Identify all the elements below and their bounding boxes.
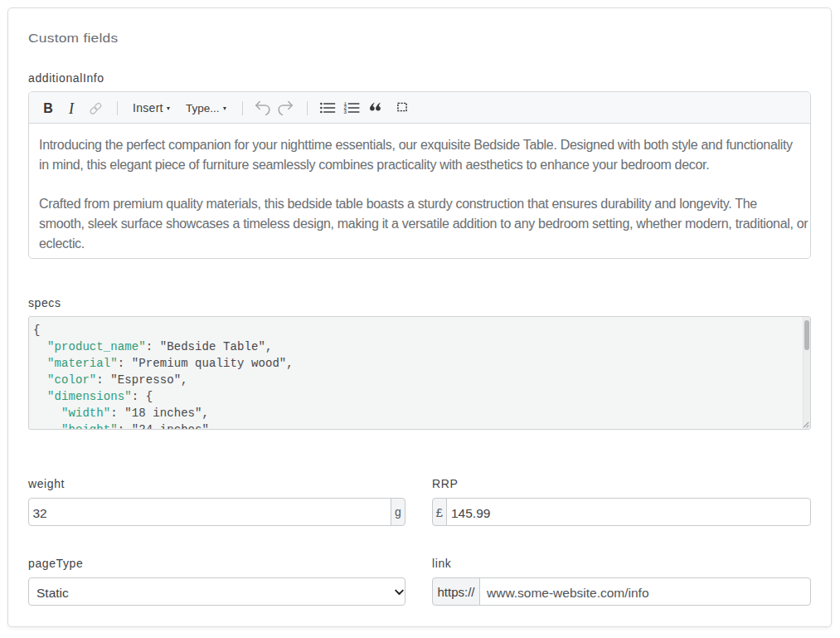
svg-text:3: 3 — [343, 109, 347, 114]
